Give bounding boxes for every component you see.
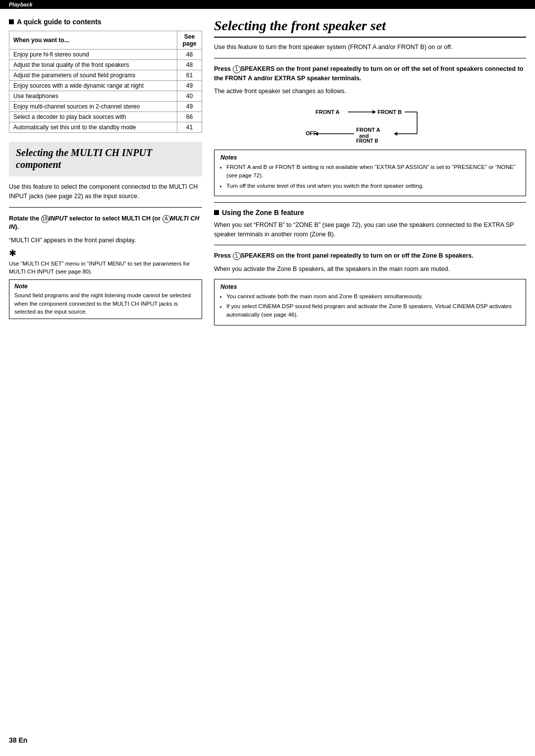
table-row: Enjoy sources with a wide dynamic range … xyxy=(9,81,202,91)
divider2 xyxy=(214,58,526,58)
svg-text:FRONT B: FRONT B xyxy=(356,138,378,143)
black-square-icon xyxy=(9,19,14,24)
table-row: Enjoy pure hi-fi stereo sound48 xyxy=(9,50,202,60)
table-row: Adjust the parameters of sound field pro… xyxy=(9,70,202,81)
row-page: 49 xyxy=(177,81,202,91)
row-desc: Select a decoder to play back sources wi… xyxy=(9,112,177,122)
row-page: 40 xyxy=(177,91,202,102)
row-page: 41 xyxy=(177,122,202,133)
speakers-bold: SPEAKERS xyxy=(241,65,275,72)
row-desc: Adjust the parameters of sound field pro… xyxy=(9,70,177,81)
circle-1-speakers: 1 xyxy=(233,65,241,73)
svg-text:OFF: OFF xyxy=(306,130,317,136)
circle-18: 18 xyxy=(41,215,49,223)
note-title: Note xyxy=(14,283,197,290)
diagram-svg: FRONT A FRONT B OFF FRONT A and FRONT B xyxy=(301,103,439,143)
press-instruction-2: Press 1SPEAKERS on the front panel repea… xyxy=(214,251,526,261)
notes-box-1: Notes FRONT A and B or FRONT B setting i… xyxy=(214,150,526,196)
input-label: INPUT xyxy=(49,215,68,222)
divider4 xyxy=(214,245,526,245)
row-page: 49 xyxy=(177,102,202,112)
col2-header: See page xyxy=(177,31,202,50)
table-row: Use headphones40 xyxy=(9,91,202,102)
row-page: 48 xyxy=(177,60,202,70)
svg-text:FRONT B: FRONT B xyxy=(377,109,402,115)
extra-sp-bold: EXTRA SP speaker terminals. xyxy=(274,75,361,82)
row-desc: Adjust the tonal quality of the front sp… xyxy=(9,60,177,70)
multi-ch-in-label: MULTI CH IN xyxy=(9,215,199,231)
row-page: 66 xyxy=(177,112,202,122)
top-bar-label: Playback xyxy=(9,1,33,7)
multi-ch-section-box: Selecting the MULTI CH INPUT component xyxy=(9,142,202,176)
list-item: If you select CINEMA DSP sound field pro… xyxy=(226,302,520,320)
tip-text: Use “MULTI CH SET” menu in “INPUT MENU” … xyxy=(9,260,202,275)
page-footer: 38 En xyxy=(9,736,27,744)
quick-guide-table: When you want to... See page Enjoy pure … xyxy=(9,31,202,133)
list-item: FRONT A and B or FRONT B setting is not … xyxy=(226,163,520,180)
right-column: Selecting the front speaker set Use this… xyxy=(214,18,526,330)
table-row: Enjoy multi-channel sources in 2-channel… xyxy=(9,102,202,112)
page-number: 38 En xyxy=(9,736,27,744)
notes-list-2: You cannot activate both the main room a… xyxy=(220,292,520,320)
right-intro: Use this feature to turn the front speak… xyxy=(214,43,526,52)
row-desc: Enjoy sources with a wide dynamic range … xyxy=(9,81,177,91)
black-square-2 xyxy=(214,210,219,215)
row-desc: Automatically set this unit to the stand… xyxy=(9,122,177,133)
svg-text:FRONT A: FRONT A xyxy=(356,127,380,133)
svg-marker-2 xyxy=(373,110,376,114)
speakers-bold-2: SPEAKERS xyxy=(241,252,275,259)
divider1 xyxy=(9,207,202,208)
diagram-area: FRONT A FRONT B OFF FRONT A and FRONT B xyxy=(214,103,526,143)
panel-display-text: “MULTI CH” appears in the front panel di… xyxy=(9,236,202,245)
top-bar: Playback xyxy=(0,0,535,9)
row-desc: Enjoy pure hi-fi stereo sound xyxy=(9,50,177,60)
multi-ch-subheading: Rotate the 18INPUT selector to select MU… xyxy=(9,215,202,232)
notes-list-1: FRONT A and B or FRONT B setting is not … xyxy=(220,163,520,190)
note-text: Sound field programs and the night liste… xyxy=(14,291,197,315)
list-item: You cannot activate both the main room a… xyxy=(226,292,520,301)
row-page: 48 xyxy=(177,50,202,60)
circle-a: A xyxy=(162,215,170,223)
quick-guide-title-text: A quick guide to contents xyxy=(17,18,102,26)
zone-b-heading: Using the Zone B feature xyxy=(214,209,526,216)
svg-marker-12 xyxy=(394,132,397,136)
divider3 xyxy=(214,202,526,203)
tip-icon: ✱ xyxy=(9,248,202,259)
svg-text:FRONT A: FRONT A xyxy=(316,109,340,115)
table-row: Adjust the tonal quality of the front sp… xyxy=(9,60,202,70)
circle-1-speakers-2: 1 xyxy=(233,252,241,260)
press-instruction: Press 1SPEAKERS on the front panel repea… xyxy=(214,64,526,83)
main-title: Selecting the front speaker set xyxy=(214,18,526,38)
row-desc: Use headphones xyxy=(9,91,177,102)
zone-b-body: When you set “FRONT B” to “ZONE B” (see … xyxy=(214,220,526,239)
notes-title-2: Notes xyxy=(220,283,520,290)
multi-ch-title: Selecting the MULTI CH INPUT component xyxy=(16,147,195,170)
zone-b-title-text: Using the Zone B feature xyxy=(222,209,304,216)
page: Playback A quick guide to contents When … xyxy=(0,0,535,756)
list-item: Turn off the volume level of this unit w… xyxy=(226,182,520,190)
active-text: The active front speaker set changes as … xyxy=(214,87,526,96)
multi-ch-body1: Use this feature to select the component… xyxy=(9,182,202,201)
row-desc: Enjoy multi-channel sources in 2-channel… xyxy=(9,102,177,112)
note-box: Note Sound field programs and the night … xyxy=(9,279,202,319)
notes-box-2: Notes You cannot activate both the main … xyxy=(214,279,526,325)
table-row: Select a decoder to play back sources wi… xyxy=(9,112,202,122)
quick-guide-heading: A quick guide to contents xyxy=(9,18,202,26)
zone-b-body2: When you activate the Zone B speakers, a… xyxy=(214,265,526,274)
col1-header: When you want to... xyxy=(9,31,177,50)
table-row: Automatically set this unit to the stand… xyxy=(9,122,202,133)
left-column: A quick guide to contents When you want … xyxy=(9,18,202,330)
notes-title-1: Notes xyxy=(220,154,520,161)
row-page: 61 xyxy=(177,70,202,81)
